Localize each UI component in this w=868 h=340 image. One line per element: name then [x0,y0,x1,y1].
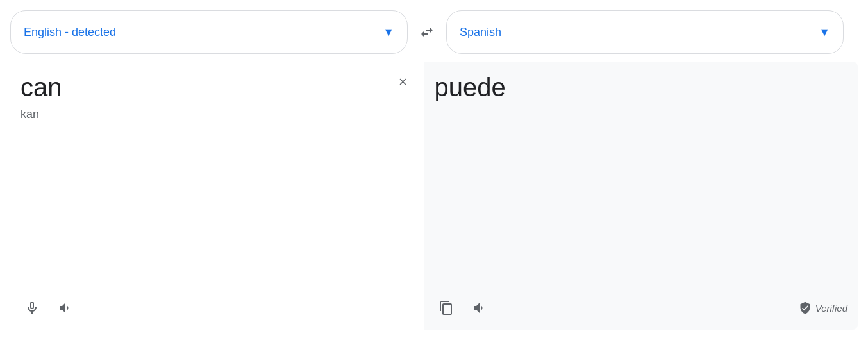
target-text-area: puede [435,72,848,291]
clear-button[interactable]: × [393,72,413,92]
source-panel: can kan × [10,62,424,330]
source-language-chevron-icon: ▼ [383,26,394,39]
verified-icon [799,302,812,314]
source-bottom-bar [10,296,424,319]
top-bar: English - detected ▼ Spanish ▼ [10,10,858,54]
target-language-label: Spanish [460,26,501,39]
target-translation-text: puede [435,72,848,103]
verified-badge: Verified [799,302,847,314]
source-phonetic: kan [21,108,413,121]
target-copy-button[interactable] [435,296,458,319]
source-microphone-button[interactable] [21,296,44,319]
source-input-text[interactable]: can [21,72,413,103]
verified-label: Verified [815,303,847,314]
main-content: can kan × puede [10,62,858,330]
target-bottom-bar: Verified [435,296,848,319]
source-language-selector[interactable]: English - detected ▼ [10,10,408,54]
swap-languages-button[interactable] [408,10,446,54]
target-listen-icon [472,300,487,316]
source-listen-button[interactable] [54,296,77,319]
listen-icon [58,300,73,316]
target-language-selector[interactable]: Spanish ▼ [446,10,844,54]
microphone-icon [24,300,40,316]
copy-icon [438,300,454,316]
target-language-chevron-icon: ▼ [819,26,830,39]
source-text-area: can kan [10,72,424,291]
swap-icon [419,24,435,40]
target-panel: puede Verified [424,62,858,330]
target-listen-button[interactable] [468,296,491,319]
source-language-label: English - detected [24,26,116,39]
